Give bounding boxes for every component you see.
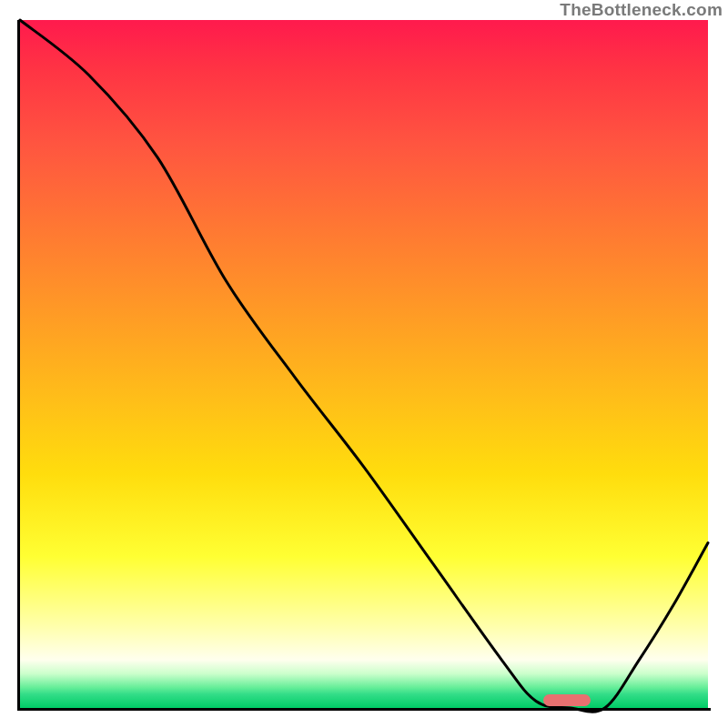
watermark-text: TheBottleneck.com: [560, 0, 723, 20]
bottleneck-chart: TheBottleneck.com: [0, 0, 728, 728]
x-axis: [17, 708, 711, 711]
optimal-range-marker: [543, 694, 592, 706]
curve-layer: [20, 20, 708, 708]
bottleneck-curve-path: [20, 20, 708, 712]
y-axis: [17, 20, 20, 711]
